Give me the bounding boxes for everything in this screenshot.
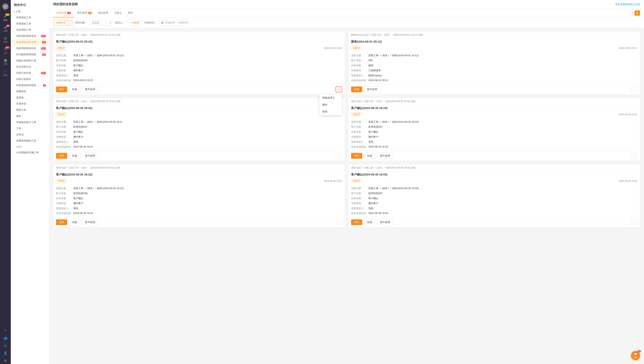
complete-button[interactable]: 完成 <box>69 86 80 93</box>
sidebar-icon-contacts[interactable]: 👥 <box>0 335 11 341</box>
enterprise-button[interactable]: 💬 企业 27 <box>631 351 640 360</box>
nav-item-log-review[interactable]: 待点评的日志 <box>11 64 49 70</box>
tab-processed[interactable]: 我已处理 <box>95 9 111 17</box>
nav-item-biz-flow[interactable]: 待处理的业务流程 39 <box>11 39 49 45</box>
tab-deferred[interactable]: 暂不处理 20 <box>74 9 95 17</box>
more-button[interactable]: ··· <box>336 220 342 225</box>
complete-button[interactable]: 完成 <box>364 153 375 159</box>
sidebar-icon-schedule[interactable]: ▦ 日程 <box>0 57 11 67</box>
defer-button[interactable]: 暂不处理 <box>82 219 98 225</box>
sidebar-icon-todo[interactable]: ✓ 待办 99+ <box>0 13 11 23</box>
nav-item-repair[interactable]: 待重新维修的工单 <box>11 138 49 144</box>
card-actions: 填写 完成 暂不处理 ··· <box>348 217 640 227</box>
nav-item-receipt[interactable]: 需要回执 <box>11 88 49 95</box>
nav-item-1111[interactable]: 1111 <box>11 144 49 149</box>
sidebar-icon-work[interactable]: ≡ 工作 99+ <box>0 46 11 56</box>
defer-button[interactable]: 暂不处理 <box>364 86 380 93</box>
nav-item-pending-assign[interactable]: 待指派的工单 <box>11 21 49 27</box>
tab-my-pending[interactable]: 待我处理 19 <box>53 9 74 17</box>
initiator-select-button[interactable]: + 请选择 <box>128 20 142 26</box>
nav-item-work-order[interactable]: 工单 <box>11 125 49 132</box>
more-button[interactable]: ··· <box>336 153 342 159</box>
more-button[interactable]: ··· <box>631 153 637 159</box>
complete-button[interactable]: 完成 <box>351 87 362 92</box>
urge-item[interactable]: 催办 <box>319 101 342 108</box>
fill-button[interactable]: 填写 <box>351 219 362 225</box>
page-title: 待处理的业务流程 <box>53 2 78 6</box>
nav-item-label: 待报备的执行工单 <box>16 121 36 124</box>
fill-button[interactable]: 填写 <box>56 87 67 92</box>
sidebar-icon-user[interactable]: 👤 <box>0 350 11 356</box>
more-button[interactable]: ··· <box>336 87 342 93</box>
complete-button[interactable]: 完成 <box>364 219 375 225</box>
tab-terminated[interactable]: 已终止 <box>111 9 125 17</box>
field-task-name: 任务名称 客户确认 <box>56 129 342 134</box>
status-badge: 待处理 <box>56 179 66 183</box>
nav-item-refund[interactable]: 退款 <box>11 113 49 119</box>
history-icon: ◷ <box>4 344 7 347</box>
avatar-item[interactable]: Ie <box>0 2 11 12</box>
complete-button[interactable]: 完成 <box>69 153 80 159</box>
left-nav: 待办中心 ▾ 工单 待审批的工单 待指派的工单 待处理的工单 待处理的审批流程 … <box>11 0 49 364</box>
sidebar-icon-more[interactable]: ⋯ 更多 <box>0 68 11 78</box>
tab-label: 已终止 <box>114 11 122 15</box>
nav-item-exec-cmd[interactable]: 待执行的指令 <box>11 76 49 82</box>
nav-item-sales-lead[interactable]: 待分配的销售线索 69 <box>11 52 49 58</box>
nav-item-sales-order[interactable]: 销售订单 <box>11 107 49 113</box>
field-current-stage: 当前阶段 工程师接单 <box>351 68 637 73</box>
nav-item-exec-task[interactable]: 待执行的任务 99+ <box>11 70 49 76</box>
more-button[interactable]: ··· <box>631 87 637 92</box>
more-button[interactable]: ··· <box>631 220 637 225</box>
nav-item-label: 开票申请 <box>16 102 26 106</box>
sidebar-icon-crm[interactable]: ⊕ CRM 18 <box>0 24 11 34</box>
time-range[interactable]: 🗓 开始时间 - 结束时间 <box>159 20 190 26</box>
nav-item-report-exec[interactable]: 待报备的执行工单 <box>11 119 49 125</box>
nav-item-invoice[interactable]: 开票申请 <box>11 101 49 107</box>
defer-button[interactable]: 暂不处理 <box>377 153 394 159</box>
card-title: 客户确认(2024-08-30 18:41) <box>53 105 345 112</box>
nav-item-biz[interactable]: 业务流 <box>11 132 49 138</box>
nav-item-label: 待审批的工单 <box>16 16 31 19</box>
nav-item-stage-task[interactable]: 待处理的阶段任务 99+ <box>11 45 49 52</box>
sidebar-icon-settings[interactable]: ⚙ <box>0 357 11 364</box>
batch-dropdown-button[interactable]: ▾ <box>68 21 72 25</box>
card-header: 系统 发起了 安装工单 — 勿动！！副本(2024-08-30 15:03) 流… <box>348 164 640 171</box>
forward-item[interactable]: 转发 <box>319 108 342 115</box>
nav-item-pending-approval[interactable]: 待审批的工单 <box>11 15 49 21</box>
change-handler-item[interactable]: 更换处理人 <box>319 94 342 101</box>
list-view-button[interactable]: ≡ <box>630 11 634 16</box>
batch-process-button[interactable]: 批量处理 <box>53 20 68 26</box>
card-6: 系统 发起了 安装工单 — 勿动！！副本(2024-08-30 15:03) 流… <box>348 164 640 227</box>
defer-button[interactable]: 暂不处理 <box>82 86 98 93</box>
arrow-icon: ▾ <box>14 11 15 13</box>
fill-button[interactable]: 填写 <box>351 153 362 159</box>
fill-button[interactable]: 填写 <box>56 219 67 225</box>
defer-button[interactable]: 暂不处理 <box>377 219 394 225</box>
nav-item-label: 需要回执 <box>16 90 26 93</box>
grid-view-button[interactable]: ⊞ <box>634 11 640 16</box>
attendance-icon: ◎ <box>4 36 7 40</box>
tab-abnormal[interactable]: 异常 <box>125 9 136 17</box>
stats-link[interactable]: 业务流程效率统计分析 <box>615 3 640 6</box>
nav-item-return[interactable]: 退货单 <box>11 95 49 101</box>
sidebar-icon-attendance[interactable]: ◎ 外勤 <box>0 35 11 45</box>
nav-item-collab-approval[interactable]: 待批复的协同审批 3 <box>11 82 49 88</box>
sidebar-icons: Ie ✓ 待办 99+ ⊕ CRM 18 ◎ 外勤 ≡ 工作 99+ ▦ 日程 … <box>0 0 11 364</box>
nav-item-report-impl[interactable]: 11待报备的实施工单 <box>11 149 49 156</box>
defer-button[interactable]: 暂不处理 <box>82 153 98 159</box>
nav-item-sales-order-confirm[interactable]: 待确认的销售订单 <box>11 58 49 64</box>
related-select[interactable]: 请选择 <box>90 20 113 26</box>
nav-item-label: 业务流 <box>16 133 24 136</box>
nav-group-work-order[interactable]: ▾ 工单 <box>11 9 49 15</box>
nav-item-pending-handle[interactable]: 待处理的工单 <box>11 27 49 33</box>
fill-button[interactable]: 填写 <box>56 153 67 159</box>
complete-button[interactable]: 完成 <box>69 219 80 225</box>
field-process-title: 流程主题 安装工单 — 勿动！！副本(2024-09-01 20:22) <box>56 53 342 58</box>
approval-flow-badge: 99+ <box>41 35 46 37</box>
cards-area: 系统 发起了 安装工单 — 勿动！！副本(2024-09-01 20:22) 流… <box>49 28 644 364</box>
nav-item-approval-flow[interactable]: 待处理的审批流程 99+ <box>11 33 49 39</box>
group-label: 工单 <box>16 10 20 13</box>
sidebar-icon-help[interactable]: ? <box>0 327 11 334</box>
schedule-label: 日程 <box>4 63 7 66</box>
sidebar-icon-history[interactable]: ◷ <box>0 342 11 349</box>
